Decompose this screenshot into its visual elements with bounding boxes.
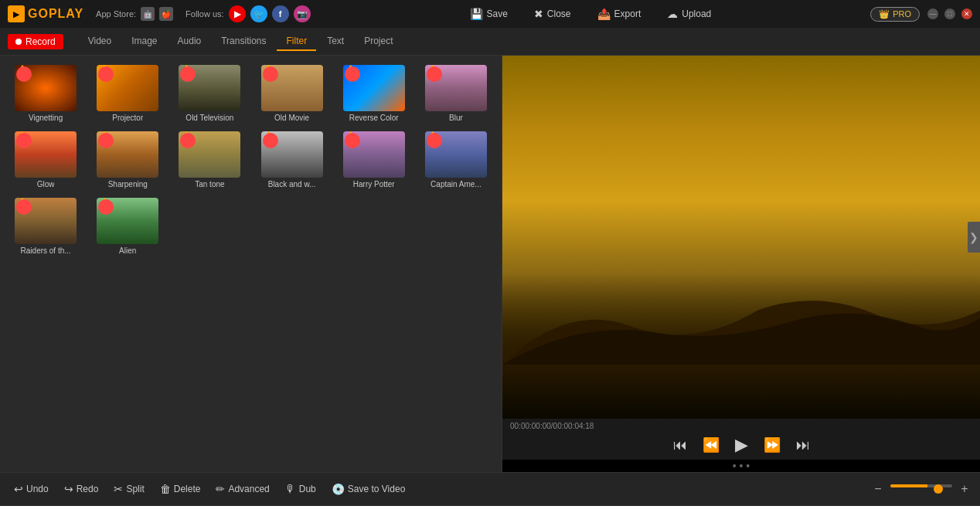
skip-to-end-button[interactable]: ⏭ bbox=[795, 436, 812, 455]
apple-icon[interactable]: 🍎 bbox=[159, 7, 173, 21]
face-alien bbox=[98, 199, 114, 215]
record-button[interactable]: Record bbox=[8, 34, 63, 49]
pro-badge: 👑 PRO bbox=[870, 7, 920, 22]
filter-item-alien[interactable]: Alien bbox=[88, 195, 167, 258]
appstore-section: App Store: 🤖 🍎 bbox=[96, 7, 173, 21]
redo-icon: ↪ bbox=[64, 483, 73, 495]
undo-button[interactable]: ↩ Undo bbox=[8, 480, 55, 498]
export-button[interactable]: 📤 Export bbox=[591, 5, 648, 23]
face-old-television bbox=[180, 66, 196, 82]
filter-item-tan-tone[interactable]: Tan tone bbox=[170, 128, 249, 192]
filter-item-captain-ame[interactable]: Captain Ame... bbox=[417, 128, 495, 192]
skip-to-start-button[interactable]: ⏮ bbox=[672, 436, 689, 455]
step-forward-button[interactable]: ⏩ bbox=[762, 435, 782, 455]
android-icon[interactable]: 🤖 bbox=[141, 7, 155, 21]
filter-item-black-and-white[interactable]: Black and w... bbox=[252, 128, 331, 192]
filter-thumb-old-television bbox=[179, 65, 240, 111]
filter-item-old-movie[interactable]: Old Movie bbox=[252, 62, 331, 125]
close-button[interactable]: ✖ Close bbox=[528, 5, 577, 23]
filter-item-sharpening[interactable]: Sharpening bbox=[88, 128, 167, 192]
topnav: Record Video Image Audio Transitions Fil… bbox=[0, 28, 980, 56]
filter-label-sharpening: Sharpening bbox=[108, 180, 148, 188]
titlebar-right: 👑 PRO — □ ✕ bbox=[870, 7, 972, 22]
delete-icon: 🗑 bbox=[160, 483, 171, 495]
side-panel-arrow[interactable]: ❯ bbox=[968, 222, 980, 253]
youtube-icon[interactable]: ▶ bbox=[229, 5, 246, 22]
face-tan-tone bbox=[180, 133, 196, 148]
filter-thumb-raiders bbox=[15, 198, 77, 244]
main-area: Vignetting Projector Old Television Old … bbox=[0, 56, 980, 472]
upload-icon: ☁ bbox=[667, 8, 678, 20]
save-button[interactable]: 💾 Save bbox=[464, 5, 514, 23]
play-button[interactable]: ▶ bbox=[733, 433, 750, 457]
logo: ▶ GOPLAY bbox=[8, 5, 83, 22]
zoom-in-button[interactable]: + bbox=[957, 481, 972, 497]
filter-panel: Vignetting Projector Old Television Old … bbox=[0, 56, 502, 472]
face-old-movie bbox=[263, 66, 278, 82]
time-display: 00:00:00:00/00:00:04:18 bbox=[502, 422, 594, 430]
tab-image[interactable]: Image bbox=[122, 32, 166, 51]
face-sharpening bbox=[98, 133, 114, 148]
filter-label-tan-tone: Tan tone bbox=[195, 180, 224, 188]
record-dot bbox=[15, 39, 22, 45]
instagram-icon[interactable]: 📷 bbox=[294, 5, 311, 22]
step-back-button[interactable]: ⏪ bbox=[701, 435, 721, 455]
maximize-button[interactable]: □ bbox=[944, 8, 955, 19]
filter-item-glow[interactable]: Glow bbox=[6, 128, 85, 192]
filter-label-projector: Projector bbox=[112, 114, 143, 122]
tab-transitions[interactable]: Transitions bbox=[212, 32, 275, 51]
filter-thumb-old-movie bbox=[261, 65, 323, 111]
titlebar-left: ▶ GOPLAY App Store: 🤖 🍎 Follow us: ▶ 🐦 f… bbox=[8, 5, 311, 22]
filter-item-reverse-color[interactable]: Reverse Color bbox=[335, 62, 413, 125]
filter-label-old-television: Old Television bbox=[185, 114, 233, 122]
face-captain-ame bbox=[427, 133, 442, 148]
twitter-icon[interactable]: 🐦 bbox=[250, 5, 267, 22]
face-raiders bbox=[16, 199, 32, 215]
filter-label-captain-ame: Captain Ame... bbox=[430, 180, 481, 188]
zoom-thumb bbox=[934, 484, 943, 494]
window-close-button[interactable]: ✕ bbox=[961, 8, 972, 19]
face-reverse-color bbox=[345, 66, 360, 82]
export-icon: 📤 bbox=[597, 8, 611, 20]
logo-text: GOPLAY bbox=[28, 7, 83, 21]
zoom-out-button[interactable]: − bbox=[870, 481, 886, 497]
filter-thumb-sharpening bbox=[97, 131, 158, 178]
tab-text[interactable]: Text bbox=[318, 32, 353, 51]
redo-button[interactable]: ↪ Redo bbox=[58, 480, 105, 498]
tab-audio[interactable]: Audio bbox=[168, 32, 211, 51]
more-options-button[interactable]: • • • bbox=[733, 460, 750, 472]
filter-thumb-alien bbox=[97, 198, 158, 244]
filter-thumb-glow bbox=[15, 131, 77, 178]
facebook-icon[interactable]: f bbox=[272, 5, 289, 22]
filter-thumb-vignetting bbox=[15, 65, 77, 111]
titlebar: ▶ GOPLAY App Store: 🤖 🍎 Follow us: ▶ 🐦 f… bbox=[0, 0, 980, 28]
split-button[interactable]: ✂ Split bbox=[107, 480, 150, 498]
minimize-button[interactable]: — bbox=[927, 8, 938, 19]
dub-button[interactable]: 🎙 Dub bbox=[279, 480, 322, 498]
save-to-video-icon: 💿 bbox=[332, 483, 345, 495]
filter-item-projector[interactable]: Projector bbox=[88, 62, 167, 125]
tab-video[interactable]: Video bbox=[79, 32, 121, 51]
filter-label-alien: Alien bbox=[119, 246, 136, 255]
save-to-video-button[interactable]: 💿 Save to Video bbox=[325, 480, 412, 498]
delete-button[interactable]: 🗑 Delete bbox=[154, 480, 207, 498]
filter-item-raiders[interactable]: Raiders of th... bbox=[6, 195, 85, 258]
filter-item-old-television[interactable]: Old Television bbox=[170, 62, 249, 125]
upload-button[interactable]: ☁ Upload bbox=[661, 5, 717, 23]
follow-label: Follow us: bbox=[185, 9, 224, 19]
zoom-slider[interactable] bbox=[890, 484, 952, 487]
filter-thumb-reverse-color bbox=[343, 65, 405, 111]
filter-label-vignetting: Vignetting bbox=[29, 114, 63, 122]
filter-item-harry-potter[interactable]: Harry Potter bbox=[335, 128, 413, 192]
playback-controls: ⏮ ⏪ ▶ ⏩ ⏭ bbox=[672, 433, 812, 457]
face-harry-potter bbox=[345, 133, 360, 148]
tab-project[interactable]: Project bbox=[355, 32, 402, 51]
advanced-button[interactable]: ✏ Advanced bbox=[209, 480, 275, 498]
face-projector bbox=[98, 66, 114, 82]
advanced-icon: ✏ bbox=[216, 483, 225, 495]
window-controls: — □ ✕ bbox=[927, 8, 972, 19]
tab-filter[interactable]: Filter bbox=[277, 32, 316, 51]
filter-item-vignetting[interactable]: Vignetting bbox=[6, 62, 85, 125]
filter-item-blur[interactable]: Blur bbox=[417, 62, 495, 125]
video-preview: ❯ bbox=[502, 56, 980, 419]
